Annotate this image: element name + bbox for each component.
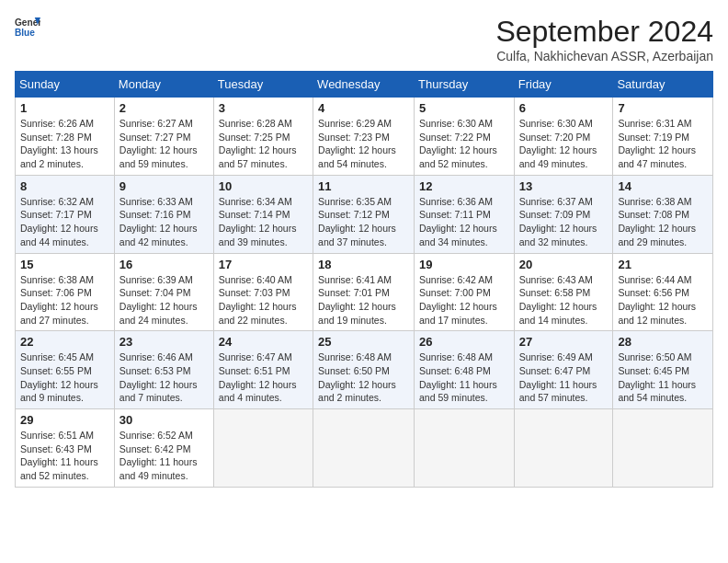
calendar-cell: 23Sunrise: 6:46 AMSunset: 6:53 PMDayligh… bbox=[114, 331, 213, 409]
day-info: Sunrise: 6:34 AMSunset: 7:14 PMDaylight:… bbox=[219, 195, 308, 249]
calendar-cell: 6Sunrise: 6:30 AMSunset: 7:20 PMDaylight… bbox=[514, 98, 613, 176]
day-info: Sunrise: 6:39 AMSunset: 7:04 PMDaylight:… bbox=[119, 273, 209, 327]
calendar-cell: 30Sunrise: 6:52 AMSunset: 6:42 PMDayligh… bbox=[114, 409, 213, 488]
calendar-table: SundayMondayTuesdayWednesdayThursdayFrid… bbox=[15, 71, 713, 488]
calendar-cell bbox=[213, 409, 313, 488]
day-number: 3 bbox=[219, 101, 308, 115]
calendar-cell: 19Sunrise: 6:42 AMSunset: 7:00 PMDayligh… bbox=[415, 253, 515, 331]
day-number: 25 bbox=[318, 335, 409, 349]
day-info: Sunrise: 6:38 AMSunset: 7:06 PMDaylight:… bbox=[20, 273, 109, 327]
calendar-cell: 9Sunrise: 6:33 AMSunset: 7:16 PMDaylight… bbox=[114, 175, 213, 253]
day-header-thursday: Thursday bbox=[415, 72, 515, 98]
day-number: 2 bbox=[119, 101, 209, 115]
day-info: Sunrise: 6:51 AMSunset: 6:43 PMDaylight:… bbox=[20, 429, 109, 483]
day-info: Sunrise: 6:33 AMSunset: 7:16 PMDaylight:… bbox=[119, 195, 209, 249]
calendar-week-2: 8Sunrise: 6:32 AMSunset: 7:17 PMDaylight… bbox=[16, 175, 713, 253]
day-info: Sunrise: 6:26 AMSunset: 7:28 PMDaylight:… bbox=[20, 117, 109, 171]
day-info: Sunrise: 6:31 AMSunset: 7:19 PMDaylight:… bbox=[618, 117, 708, 171]
calendar-week-3: 15Sunrise: 6:38 AMSunset: 7:06 PMDayligh… bbox=[16, 253, 713, 331]
day-info: Sunrise: 6:40 AMSunset: 7:03 PMDaylight:… bbox=[219, 273, 308, 327]
calendar-cell: 26Sunrise: 6:48 AMSunset: 6:48 PMDayligh… bbox=[415, 331, 515, 409]
day-number: 11 bbox=[318, 179, 409, 193]
day-number: 28 bbox=[618, 335, 708, 349]
day-number: 30 bbox=[119, 413, 209, 427]
calendar-cell: 28Sunrise: 6:50 AMSunset: 6:45 PMDayligh… bbox=[613, 331, 713, 409]
calendar-cell bbox=[514, 409, 613, 488]
day-number: 7 bbox=[618, 101, 708, 115]
calendar-cell: 15Sunrise: 6:38 AMSunset: 7:06 PMDayligh… bbox=[16, 253, 115, 331]
day-number: 14 bbox=[618, 179, 708, 193]
day-info: Sunrise: 6:42 AMSunset: 7:00 PMDaylight:… bbox=[419, 273, 509, 327]
day-info: Sunrise: 6:35 AMSunset: 7:12 PMDaylight:… bbox=[318, 195, 409, 249]
title-block: September 2024 Culfa, Nakhichevan ASSR, … bbox=[495, 15, 713, 63]
calendar-cell: 13Sunrise: 6:37 AMSunset: 7:09 PMDayligh… bbox=[514, 175, 613, 253]
calendar-cell: 29Sunrise: 6:51 AMSunset: 6:43 PMDayligh… bbox=[16, 409, 115, 488]
day-number: 23 bbox=[119, 335, 209, 349]
calendar-cell: 5Sunrise: 6:30 AMSunset: 7:22 PMDaylight… bbox=[415, 98, 515, 176]
day-number: 12 bbox=[419, 179, 509, 193]
day-number: 18 bbox=[318, 258, 409, 271]
day-info: Sunrise: 6:43 AMSunset: 6:58 PMDaylight:… bbox=[519, 273, 609, 327]
calendar-cell: 7Sunrise: 6:31 AMSunset: 7:19 PMDaylight… bbox=[613, 98, 713, 176]
calendar-cell: 12Sunrise: 6:36 AMSunset: 7:11 PMDayligh… bbox=[415, 175, 515, 253]
day-header-friday: Friday bbox=[514, 72, 613, 98]
calendar-cell bbox=[613, 409, 713, 488]
day-info: Sunrise: 6:52 AMSunset: 6:42 PMDaylight:… bbox=[119, 429, 209, 483]
day-info: Sunrise: 6:45 AMSunset: 6:55 PMDaylight:… bbox=[20, 350, 109, 405]
calendar-header-row: SundayMondayTuesdayWednesdayThursdayFrid… bbox=[16, 72, 713, 98]
calendar-week-5: 29Sunrise: 6:51 AMSunset: 6:43 PMDayligh… bbox=[16, 409, 713, 488]
calendar-cell: 25Sunrise: 6:48 AMSunset: 6:50 PMDayligh… bbox=[313, 331, 415, 409]
day-info: Sunrise: 6:50 AMSunset: 6:45 PMDaylight:… bbox=[618, 350, 708, 405]
day-header-saturday: Saturday bbox=[613, 72, 713, 98]
day-info: Sunrise: 6:37 AMSunset: 7:09 PMDaylight:… bbox=[519, 195, 609, 249]
calendar-cell bbox=[415, 409, 515, 488]
day-number: 9 bbox=[119, 179, 209, 193]
day-number: 20 bbox=[519, 258, 609, 271]
calendar-cell: 2Sunrise: 6:27 AMSunset: 7:27 PMDaylight… bbox=[114, 98, 213, 176]
day-number: 24 bbox=[219, 335, 308, 349]
calendar-cell: 17Sunrise: 6:40 AMSunset: 7:03 PMDayligh… bbox=[213, 253, 313, 331]
day-header-monday: Monday bbox=[114, 72, 213, 98]
day-info: Sunrise: 6:28 AMSunset: 7:25 PMDaylight:… bbox=[219, 117, 308, 171]
day-info: Sunrise: 6:48 AMSunset: 6:48 PMDaylight:… bbox=[419, 350, 509, 405]
day-number: 17 bbox=[219, 258, 308, 271]
location-subtitle: Culfa, Nakhichevan ASSR, Azerbaijan bbox=[495, 49, 713, 63]
day-number: 16 bbox=[119, 258, 209, 271]
day-header-sunday: Sunday bbox=[16, 72, 115, 98]
calendar-cell: 21Sunrise: 6:44 AMSunset: 6:56 PMDayligh… bbox=[613, 253, 713, 331]
day-info: Sunrise: 6:36 AMSunset: 7:11 PMDaylight:… bbox=[419, 195, 509, 249]
day-number: 5 bbox=[419, 101, 509, 115]
day-info: Sunrise: 6:30 AMSunset: 7:20 PMDaylight:… bbox=[519, 117, 609, 171]
day-header-wednesday: Wednesday bbox=[313, 72, 415, 98]
day-number: 13 bbox=[519, 179, 609, 193]
calendar-cell: 24Sunrise: 6:47 AMSunset: 6:51 PMDayligh… bbox=[213, 331, 313, 409]
calendar-cell: 11Sunrise: 6:35 AMSunset: 7:12 PMDayligh… bbox=[313, 175, 415, 253]
day-info: Sunrise: 6:38 AMSunset: 7:08 PMDaylight:… bbox=[618, 195, 708, 249]
day-info: Sunrise: 6:47 AMSunset: 6:51 PMDaylight:… bbox=[219, 350, 308, 405]
day-number: 8 bbox=[20, 179, 109, 193]
day-number: 4 bbox=[318, 101, 409, 115]
calendar-cell: 27Sunrise: 6:49 AMSunset: 6:47 PMDayligh… bbox=[514, 331, 613, 409]
day-number: 1 bbox=[20, 101, 109, 115]
calendar-cell: 3Sunrise: 6:28 AMSunset: 7:25 PMDaylight… bbox=[213, 98, 313, 176]
day-info: Sunrise: 6:46 AMSunset: 6:53 PMDaylight:… bbox=[119, 350, 209, 405]
calendar-cell: 10Sunrise: 6:34 AMSunset: 7:14 PMDayligh… bbox=[213, 175, 313, 253]
day-info: Sunrise: 6:41 AMSunset: 7:01 PMDaylight:… bbox=[318, 273, 409, 327]
day-info: Sunrise: 6:48 AMSunset: 6:50 PMDaylight:… bbox=[318, 350, 409, 405]
calendar-week-4: 22Sunrise: 6:45 AMSunset: 6:55 PMDayligh… bbox=[16, 331, 713, 409]
day-info: Sunrise: 6:44 AMSunset: 6:56 PMDaylight:… bbox=[618, 273, 708, 327]
page-header: General Blue September 2024 Culfa, Nakhi… bbox=[15, 15, 713, 63]
calendar-cell: 18Sunrise: 6:41 AMSunset: 7:01 PMDayligh… bbox=[313, 253, 415, 331]
calendar-cell: 22Sunrise: 6:45 AMSunset: 6:55 PMDayligh… bbox=[16, 331, 115, 409]
logo: General Blue bbox=[15, 15, 40, 40]
day-info: Sunrise: 6:30 AMSunset: 7:22 PMDaylight:… bbox=[419, 117, 509, 171]
calendar-body: 1Sunrise: 6:26 AMSunset: 7:28 PMDaylight… bbox=[16, 98, 713, 488]
day-number: 6 bbox=[519, 101, 609, 115]
day-info: Sunrise: 6:27 AMSunset: 7:27 PMDaylight:… bbox=[119, 117, 209, 171]
calendar-cell bbox=[313, 409, 415, 488]
calendar-cell: 16Sunrise: 6:39 AMSunset: 7:04 PMDayligh… bbox=[114, 253, 213, 331]
day-info: Sunrise: 6:32 AMSunset: 7:17 PMDaylight:… bbox=[20, 195, 109, 249]
calendar-week-1: 1Sunrise: 6:26 AMSunset: 7:28 PMDaylight… bbox=[16, 98, 713, 176]
svg-text:Blue: Blue bbox=[15, 28, 35, 38]
day-number: 15 bbox=[20, 258, 109, 271]
